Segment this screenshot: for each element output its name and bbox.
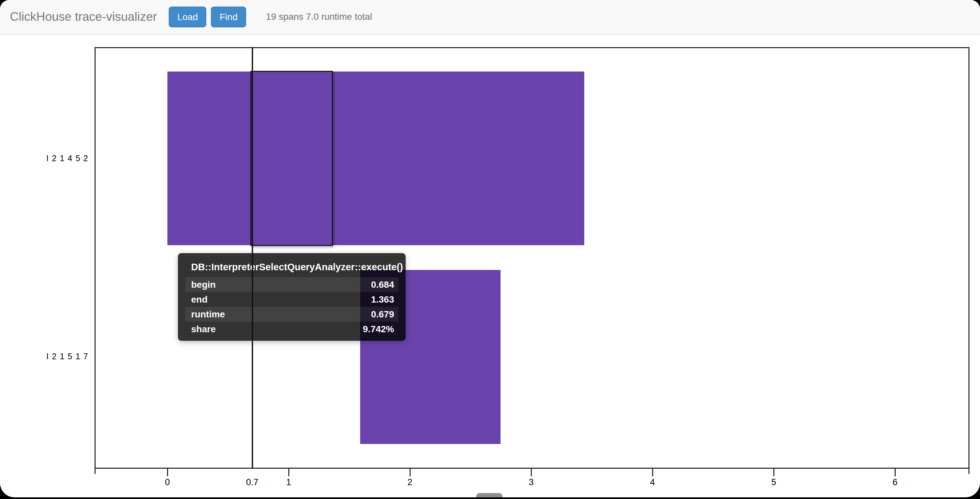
app-window: ClickHouse trace-visualizer Load Find 19…: [0, 0, 980, 497]
x-axis-tick: [652, 469, 653, 476]
x-axis-tick-label: 4: [633, 477, 672, 488]
span-tooltip: DB::InterpreterSelectQueryAnalyzer::exec…: [178, 253, 406, 341]
hovered-span-outline: [250, 71, 333, 246]
tooltip-row-label: share: [191, 324, 216, 335]
tooltip-row-label: end: [191, 294, 208, 305]
x-axis-tick-label: 5: [754, 477, 794, 488]
axis-right-end-tick: [969, 469, 969, 474]
x-axis-tick-label: 6: [875, 477, 915, 488]
crosshair-line: [252, 47, 253, 469]
tooltip-row: share 9.742%: [185, 322, 398, 336]
spans-summary: 19 spans 7.0 runtime total: [266, 11, 372, 22]
crosshair-value-label: 0.7: [233, 477, 272, 488]
tooltip-row-value: 9.742%: [363, 324, 394, 335]
x-axis-tick-label: 2: [390, 477, 430, 488]
x-axis-tick: [167, 469, 168, 476]
tooltip-row-value: 0.679: [371, 309, 394, 320]
tooltip-row: runtime 0.679: [185, 307, 398, 322]
x-axis-tick-label: 1: [269, 477, 309, 488]
tooltip-title: DB::InterpreterSelectQueryAnalyzer::exec…: [185, 259, 398, 277]
navbar: ClickHouse trace-visualizer Load Find 19…: [0, 0, 980, 35]
app-title: ClickHouse trace-visualizer: [10, 10, 157, 24]
x-axis-tick: [895, 469, 896, 476]
tooltip-row-value: 1.363: [371, 294, 394, 305]
span-bar[interactable]: [167, 72, 584, 245]
x-axis-tick: [773, 469, 775, 476]
tooltip-row-label: runtime: [191, 309, 225, 320]
row-label-thread-2: I21517: [0, 352, 91, 361]
tooltip-row: end 1.363: [185, 292, 398, 307]
row-label-thread-1: I21452: [0, 154, 91, 163]
chart-stage: I21452 I21517 DB::InterpreterSelectQuery…: [0, 0, 980, 497]
x-axis-tick: [531, 469, 532, 476]
x-axis-tick: [288, 469, 290, 476]
find-button[interactable]: Find: [211, 6, 246, 27]
tooltip-row-label: begin: [191, 279, 216, 290]
load-button[interactable]: Load: [169, 6, 206, 27]
horizontal-scrollbar-thumb[interactable]: [476, 493, 503, 497]
x-axis-tick-label: 0: [148, 477, 187, 488]
x-axis-tick-label: 3: [511, 477, 551, 488]
x-axis-tick: [410, 469, 410, 476]
axis-left-end-tick: [95, 469, 95, 474]
tooltip-row-value: 0.684: [371, 279, 394, 290]
tooltip-row: begin 0.684: [185, 277, 398, 292]
